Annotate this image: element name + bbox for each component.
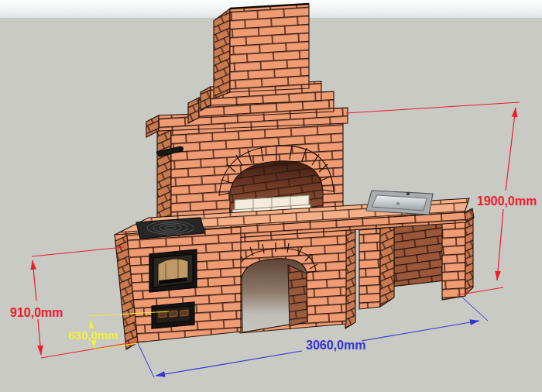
counter-left-leg <box>359 229 380 309</box>
oven-door <box>149 249 197 292</box>
counter-left-jamb <box>345 226 355 328</box>
counter-left-leg-side <box>380 225 394 307</box>
dimension-label-total-width: 3060,0mm <box>306 339 365 352</box>
wood-niche-section <box>223 228 346 333</box>
sink <box>366 191 433 215</box>
counter-right-leg <box>442 222 465 300</box>
screenshot-canvas: 1900,0mm 910,0mm 630,0mm 3060,0mm <box>0 0 542 392</box>
bbq-3d-drawing: 1900,0mm 910,0mm 630,0mm 3060,0mm <box>0 0 542 392</box>
counter-back-wall <box>391 222 445 287</box>
faucet-hole <box>406 192 410 195</box>
dimension-label-counter-height: 910,0mm <box>10 306 63 319</box>
drain-hole <box>396 202 400 205</box>
dimension-label-total-height: 1900,0mm <box>477 194 537 208</box>
dimension-label-inner-height: 630,0mm <box>68 328 118 342</box>
niche-inner-wall <box>288 265 307 326</box>
chimney <box>214 4 309 98</box>
counter-right-leg-side <box>465 218 473 295</box>
ash-door <box>152 302 194 328</box>
